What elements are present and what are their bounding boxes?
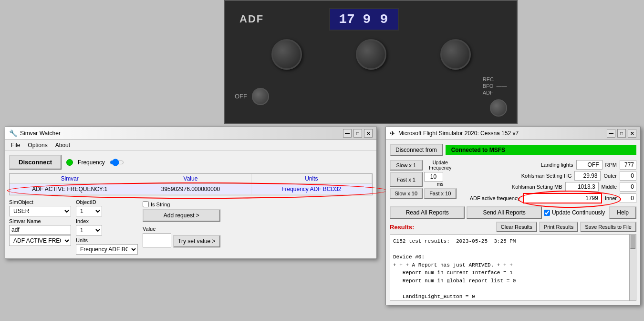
send-all-reports-button[interactable]: Send All Reports xyxy=(467,206,541,219)
landing-lights-label: Landing lights xyxy=(541,162,573,168)
slow-x1-button[interactable]: Slow x 1 xyxy=(390,160,423,171)
add-request-button[interactable]: Add request > xyxy=(143,209,220,222)
outer-label: Outer xyxy=(603,173,617,179)
slow-x10-grid-btn[interactable]: Slow x 10 xyxy=(390,188,423,199)
right-col: Is String Add request > Value Try set va… xyxy=(143,199,220,255)
print-results-button[interactable]: Print Results xyxy=(539,222,578,232)
results-header: Results: Clear Results Print Results Sav… xyxy=(390,222,636,232)
adf-off-knob[interactable] xyxy=(252,88,269,105)
read-all-reports-button[interactable]: Read All Reports xyxy=(390,206,465,219)
simvar-minimize-button[interactable]: — xyxy=(343,129,352,138)
value-label: Value xyxy=(143,226,156,232)
fast-x10-grid-btn[interactable]: Fast x 10 xyxy=(424,188,457,199)
simobject-select[interactable]: USER xyxy=(9,206,71,216)
msfs-close-button[interactable]: ✕ xyxy=(628,129,636,138)
middle-label: Middle xyxy=(602,184,617,190)
ms-label: ms xyxy=(424,182,457,187)
adf-mode-labels: REC —— BFO —— ADF xyxy=(483,76,507,96)
simvar-name-input[interactable] xyxy=(9,225,71,235)
simvar-window-controls: — □ ✕ xyxy=(343,129,373,138)
col-value: Value xyxy=(130,174,251,183)
mid-col: ObjectID 1 Index 1 Units Frequency ADF B… xyxy=(76,199,138,255)
units-group: Units Frequency ADF BCD32 xyxy=(76,237,138,255)
frequency-slider[interactable] xyxy=(110,159,124,166)
update-continuously-checkbox[interactable] xyxy=(544,210,550,216)
msfs-content: Disconnect from Connected to MSFS Slow x… xyxy=(386,140,640,305)
simvar-name-group: Simvar Name ADF ACTIVE FREQUENCY xyxy=(9,218,71,246)
freq-value-section: ms xyxy=(424,172,457,187)
adf-knobs-row xyxy=(230,39,512,70)
index-select[interactable]: 1 xyxy=(76,225,102,235)
simvar-dropdown[interactable]: ADF ACTIVE FREQUENCY xyxy=(9,235,71,246)
simvar-table: Simvar Value Units ADF ACTIVE FREQUENCY:… xyxy=(9,173,373,195)
simvar-content: Disconnect Frequency Simvar Value Units … xyxy=(5,151,376,258)
value-input[interactable] xyxy=(143,233,171,247)
adf-knob-3[interactable] xyxy=(440,39,471,70)
results-text-area[interactable]: C152 test results: 2023-05-25 3:25 PM De… xyxy=(390,234,636,301)
disconnect-button[interactable]: Disconnect xyxy=(9,155,62,170)
index-label: Index xyxy=(76,218,138,224)
simvar-window-icon: 🔧 xyxy=(9,129,17,137)
adf-freq-container xyxy=(523,193,602,203)
adf-freq-input[interactable] xyxy=(523,193,602,203)
save-results-button[interactable]: Save Results to File xyxy=(580,222,636,232)
help-button[interactable]: Help xyxy=(609,206,636,219)
disconnect-from-button[interactable]: Disconnect from xyxy=(390,144,443,156)
simvar-close-button[interactable]: ✕ xyxy=(364,129,373,138)
scrollbar-thumb[interactable] xyxy=(630,235,635,249)
action-btns-row: Read All Reports Send All Reports Update… xyxy=(390,206,636,219)
middle-value: 0 xyxy=(620,182,636,192)
adf-rec-label: REC —— xyxy=(483,76,507,82)
connected-status: Connected to MSFS xyxy=(446,145,636,155)
kohlsman-mb-row: Kohlsman Setting MB 1013.3 Middle 0 xyxy=(460,182,636,192)
msfs-window-icon: ✈ xyxy=(390,129,395,137)
menu-options[interactable]: Options xyxy=(24,141,51,150)
units-label: Units xyxy=(76,237,138,243)
results-text: C152 test results: 2023-05-25 3:25 PM De… xyxy=(393,237,633,301)
outer-value: 0 xyxy=(620,171,636,181)
msfs-title-text: Microsoft Flight Simulator 2020: Cessna … xyxy=(398,130,519,137)
freq-value-input[interactable] xyxy=(424,172,443,182)
adf-digit-1: 17 xyxy=(339,12,355,27)
table-row[interactable]: ADF ACTIVE FREQUENCY:1 395902976.0000000… xyxy=(10,184,372,195)
simvar-menubar: File Options About xyxy=(5,140,376,151)
kohlsman-hg-label: Kohlsman Setting HG xyxy=(521,173,572,179)
kohlsman-mb-value: 1013.3 xyxy=(565,182,599,192)
adf-adf-label: ADF xyxy=(483,90,507,96)
cell-simvar: ADF ACTIVE FREQUENCY:1 xyxy=(10,184,130,194)
simvar-title-text: Simvar Watcher xyxy=(20,130,61,137)
msfs-maximize-button[interactable]: □ xyxy=(617,129,626,138)
index-group: Index 1 xyxy=(76,218,138,235)
msfs-titlebar: ✈ Microsoft Flight Simulator 2020: Cessn… xyxy=(386,127,640,140)
inner-value: 0 xyxy=(620,193,636,203)
units-select[interactable]: Frequency ADF BCD32 xyxy=(76,244,138,255)
msfs-window-controls: — □ ✕ xyxy=(607,129,636,138)
msfs-minimize-button[interactable]: — xyxy=(607,129,615,138)
simvar-title-left: 🔧 Simvar Watcher xyxy=(9,129,61,137)
fast-x1-button[interactable]: Fast x 1 xyxy=(390,172,423,187)
msfs-title-left: ✈ Microsoft Flight Simulator 2020: Cessn… xyxy=(390,129,519,137)
col-units: Units xyxy=(251,174,372,183)
simvar-titlebar: 🔧 Simvar Watcher — □ ✕ xyxy=(5,127,376,140)
speed-grid: Slow x 1 UpdateFrequency Fast x 1 ms Slo… xyxy=(390,160,457,199)
clear-results-button[interactable]: Clear Results xyxy=(496,222,537,232)
adf-mode-knob[interactable] xyxy=(490,99,507,117)
is-string-label: Is String xyxy=(151,202,170,207)
inner-label: Inner xyxy=(605,195,617,201)
menu-about[interactable]: About xyxy=(52,141,74,150)
is-string-checkbox[interactable] xyxy=(143,201,149,207)
msfs-window: ✈ Microsoft Flight Simulator 2020: Cessn… xyxy=(385,127,641,305)
adf-knob-2[interactable] xyxy=(356,39,386,70)
adf-knob-1[interactable] xyxy=(271,39,302,70)
simobject-label: SimObject xyxy=(9,199,71,205)
table-header: Simvar Value Units xyxy=(10,174,372,184)
try-set-button[interactable]: Try set value > xyxy=(173,235,220,247)
simvar-window: 🔧 Simvar Watcher — □ ✕ File Options Abou… xyxy=(5,127,377,259)
simvar-maximize-button[interactable]: □ xyxy=(353,129,362,138)
objectid-select[interactable]: 1 xyxy=(76,206,102,216)
top-controls-row: Disconnect Frequency xyxy=(9,155,373,170)
adf-panel: ADF 17 9 9 OFF REC —— BFO —— xyxy=(224,0,518,124)
results-scrollbar[interactable] xyxy=(629,235,636,300)
objectid-group: ObjectID 1 xyxy=(76,199,138,216)
menu-file[interactable]: File xyxy=(7,141,24,150)
